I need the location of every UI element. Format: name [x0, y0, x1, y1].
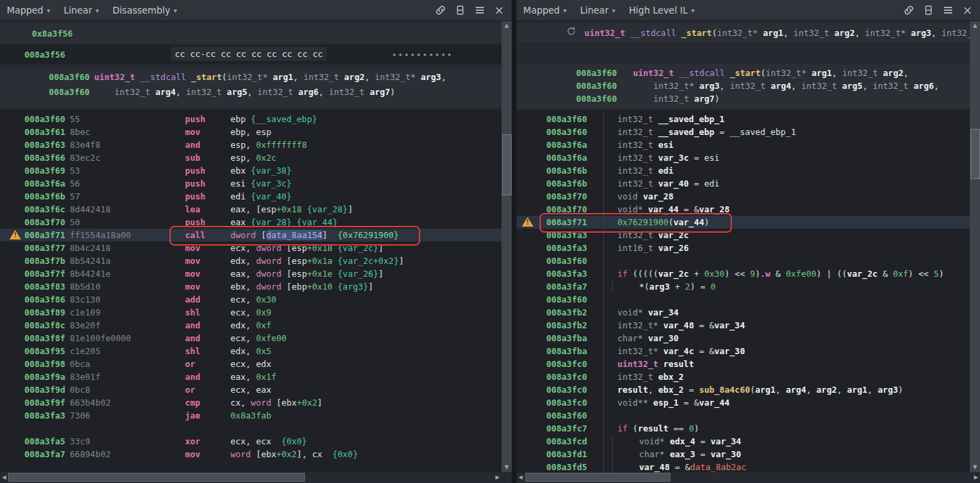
scroll-right-arrow[interactable]: ▶: [972, 472, 980, 482]
code-token: [878, 68, 883, 78]
scroll-left-arrow[interactable]: ◀: [516, 472, 525, 482]
disasm-row[interactable]: 008a3f71ff1554a18a00calldword [data_8aa1…: [0, 229, 502, 242]
signature-line[interactable]: 008a3f60uint32_t __stdcall _start(int32_…: [0, 71, 502, 85]
hlil-row[interactable]: 008a3f6bint32_t var_40 = edi: [516, 177, 970, 190]
disasm-row[interactable]: [0, 422, 502, 435]
disasm-row[interactable]: 008a3f778b4c2418movecx, dword [esp+0x18 …: [0, 242, 502, 254]
hlil-row[interactable]: 008a3fb2int32_t* var_48 = &var_34: [516, 319, 970, 332]
vertical-scrollbar[interactable]: ▲ ▼: [502, 20, 512, 472]
disasm-row[interactable]: 008a3f6383e4f8andesp, 0xfffffff8: [0, 138, 502, 151]
disasm-row[interactable]: 008a3f8f81e100fe0000andecx, 0xfe00: [0, 332, 502, 345]
hlil-row[interactable]: 008a3fd1char* eax_3 = var_30: [516, 448, 970, 461]
split-view-icon[interactable]: [455, 5, 465, 16]
hlil-row[interactable]: 008a3fc0uint32_t result: [516, 358, 970, 370]
disasm-row[interactable]: 008a3f8683c130addecx, 0x30: [0, 293, 502, 306]
code-token: var_30: [714, 346, 745, 356]
vertical-scrollbar-thumb[interactable]: [971, 129, 980, 179]
menu-icon[interactable]: [474, 5, 485, 15]
signature-line[interactable]: 008a3f60uint32_t __stdcall _start(int32_…: [516, 66, 970, 79]
hlil-row[interactable]: 008a3f60: [516, 409, 970, 422]
disasm-row[interactable]: 008a3f9f663b4b02cmpcx, word [ebx+0x2]: [0, 396, 502, 409]
hlil-row[interactable]: 008a3f710x76291900(var_44)!: [516, 216, 970, 229]
sticky-function-header[interactable]: uint32_t __stdcall _start(int32_t* arg1,…: [516, 23, 970, 42]
close-icon[interactable]: [495, 6, 504, 15]
vertical-scrollbar-thumb[interactable]: [502, 134, 512, 195]
disasm-row[interactable]: 008a3f9a83e01fandeax, 0x1f: [0, 370, 502, 383]
section-header-row[interactable]: 0x8a3f56: [0, 23, 502, 43]
disasm-row[interactable]: 008a3f980bcaorecx, edx: [0, 358, 502, 370]
hlil-row[interactable]: 008a3f70void* var_44 = &var_28: [516, 203, 970, 216]
disasm-menu-disassembly[interactable]: Disassembly▾: [113, 5, 177, 16]
hlil-row[interactable]: 008a3f60int32_t __saved_ebp = __saved_eb…: [516, 125, 970, 138]
hlil-row[interactable]: 008a3fc0void** esp_1 = &var_44: [516, 396, 970, 409]
menu-icon[interactable]: [943, 5, 954, 15]
disasm-menu-linear[interactable]: Linear▾: [64, 5, 99, 16]
disasm-row[interactable]: 008a3fa533c9xorecx, ecx {0x0}: [0, 435, 502, 448]
disasm-row[interactable]: 008a3f6683ec2csubesp, 0x2c: [0, 151, 502, 164]
disasm-row[interactable]: 008a3f6b57pushedi {var_40}: [0, 190, 502, 203]
hlil-row[interactable]: 008a3fa3int16_t var_26: [516, 242, 970, 254]
code-token: [648, 398, 653, 408]
disasm-row[interactable]: 008a3fa766894b02movword [ebx+0x2], cx {0…: [0, 448, 502, 461]
scroll-up-arrow[interactable]: ▲: [970, 20, 980, 31]
signature-line[interactable]: 008a3f60int32_t arg4, int32_t arg5, int3…: [0, 85, 502, 100]
disasm-row[interactable]: 008a3f7b8b54241amovedx, dword [esp+0x1a …: [0, 254, 502, 267]
hlil-row[interactable]: 008a3fa7*(arg3 + 2) = 0: [516, 280, 970, 293]
disasm-row[interactable]: 008a3f89c1e109shlecx, 0x9: [0, 306, 502, 319]
hlil-row[interactable]: 008a3fa3int32_t var_2c: [516, 229, 970, 242]
hlil-row[interactable]: 008a3fc0int32_t ebx_2: [516, 370, 970, 383]
hlil-row[interactable]: 008a3fcdvoid* edx_4 = var_34: [516, 435, 970, 448]
disasm-row[interactable]: 008a3f838b5d10movebx, dword [ebp+0x10 {a…: [0, 280, 502, 293]
hlil-row[interactable]: 008a3fbachar* var_30: [516, 332, 970, 345]
signature-line[interactable]: 008a3f60int32_t* arg3, int32_t arg4, int…: [516, 79, 970, 92]
hlil-row[interactable]: 008a3f6aint32_t esi: [516, 138, 970, 151]
disasm-row[interactable]: 008a3f7f8b44241emoveax, dword [esp+0x1e …: [0, 267, 502, 280]
scroll-up-arrow[interactable]: ▲: [502, 20, 512, 31]
hlil-row[interactable]: 008a3f60int32_t __saved_ebp_1: [516, 113, 970, 125]
signature-code: int32_t* arg3, int32_t arg4, int32_t arg…: [633, 79, 939, 92]
hlil-row[interactable]: 008a3fb2void* var_34: [516, 306, 970, 319]
hlil-row[interactable]: 008a3f70void var_28: [516, 190, 970, 203]
hlil-row[interactable]: 008a3fa3if (((((var_2c + 0x30) << 9).w &…: [516, 267, 970, 280]
padding-bytes-row[interactable]: 008a3f56 cc cc-cc cc cc cc cc cc cc cc ∙…: [0, 45, 502, 64]
horizontal-scrollbar[interactable]: ◀ ▶: [0, 472, 502, 482]
hlil-row[interactable]: 008a3f60: [516, 254, 970, 267]
scroll-right-arrow[interactable]: ▶: [493, 472, 502, 482]
code-token: ,: [775, 385, 785, 395]
hlil-menu-high-level-il[interactable]: High Level IL▾: [629, 5, 695, 16]
disasm-row[interactable]: 008a3fa37306jae0x8a3fab: [0, 409, 502, 422]
split-view-icon[interactable]: [924, 5, 933, 16]
horizontal-scrollbar-thumb[interactable]: [525, 473, 670, 482]
disasm-row[interactable]: 008a3f9d0bc8orecx, eax: [0, 383, 502, 396]
signature-line[interactable]: 008a3f60int32_t arg7): [516, 92, 970, 105]
disasm-row[interactable]: 008a3f6c8d442418leaeax, [esp+0x18 {var_2…: [0, 203, 502, 216]
disasm-menu-mapped[interactable]: Mapped▾: [7, 5, 50, 16]
code-token: ,: [176, 87, 186, 97]
disasm-row[interactable]: 008a3f6a56pushesi {var_3c}: [0, 177, 502, 190]
horizontal-scrollbar-thumb[interactable]: [8, 473, 305, 482]
hlil-row[interactable]: 008a3f6bint32_t edi: [516, 164, 970, 177]
scroll-left-arrow[interactable]: ◀: [0, 472, 8, 482]
hlil-row[interactable]: 008a3fc0result, ebx_2 = sub_8a4c60(arg1,…: [516, 383, 970, 396]
link-icon[interactable]: [435, 5, 446, 16]
close-icon[interactable]: [963, 6, 972, 15]
function-signature-block[interactable]: 008a3f60uint32_t __stdcall _start(int32_…: [0, 68, 502, 107]
hlil-row[interactable]: 008a3fbaint32_t* var_4c = &var_30: [516, 345, 970, 358]
link-icon[interactable]: [903, 5, 914, 16]
disasm-row[interactable]: 008a3f6953pushebx {var_38}: [0, 164, 502, 177]
horizontal-scrollbar[interactable]: ◀ ▶: [516, 472, 980, 482]
function-signature-block[interactable]: 008a3f60uint32_t __stdcall _start(int32_…: [516, 64, 970, 109]
disasm-row[interactable]: 008a3f95c1e205shledx, 0x5: [0, 345, 502, 358]
disasm-row[interactable]: 008a3f618becmovebp, esp: [0, 125, 502, 138]
disasm-row[interactable]: 008a3f7050pusheax {var_28} {var_44}: [0, 216, 502, 229]
disasm-row[interactable]: 008a3f8c83e20fandedx, 0xf: [0, 319, 502, 332]
hlil-menu-linear[interactable]: Linear▾: [580, 5, 615, 16]
hlil-menu-mapped[interactable]: Mapped▾: [523, 5, 567, 16]
hlil-row[interactable]: 008a3f6aint32_t var_3c = esi: [516, 151, 970, 164]
vertical-scrollbar[interactable]: ▲ ▼: [970, 20, 980, 472]
hlil-row[interactable]: 008a3f60: [516, 293, 970, 306]
hlil-row[interactable]: 008a3fc7if (result == 0): [516, 422, 970, 435]
disasm-row[interactable]: 008a3f6055pushebp {__saved_ebp}: [0, 113, 502, 125]
scroll-down-arrow[interactable]: ▼: [502, 462, 512, 472]
scroll-down-arrow[interactable]: ▼: [970, 462, 980, 472]
